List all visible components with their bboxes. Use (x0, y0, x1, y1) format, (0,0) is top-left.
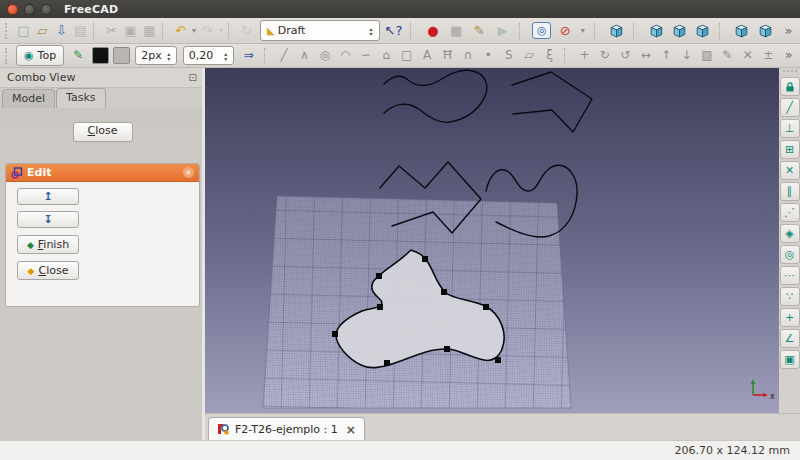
edit-handle[interactable] (376, 273, 382, 279)
print-button[interactable]: ▤ (71, 21, 90, 40)
view-bottom-button[interactable] (756, 21, 775, 40)
save-button[interactable]: ⇩ (52, 21, 71, 40)
snap-perpendicular-button[interactable]: ⊥ (780, 119, 800, 138)
workbench-selector[interactable]: ◣ Draft (260, 20, 380, 41)
dock-float-icon[interactable] (189, 72, 197, 83)
edit-handle[interactable] (384, 360, 390, 366)
tab-close-icon[interactable]: × (346, 423, 356, 437)
draft-trimex-tool[interactable]: ↔ (637, 47, 655, 64)
snap-endpoint-button[interactable]: ╱ (780, 98, 800, 117)
close-button[interactable]: ◆ Close (17, 261, 79, 280)
clipping-button[interactable]: ⊘ (556, 21, 575, 40)
draft-bezier-tool[interactable]: ξ (541, 47, 559, 64)
draft-upgrade-tool[interactable]: ↑ (657, 47, 675, 64)
spin-down-icon[interactable] (164, 56, 174, 61)
toolbar-overflow-chevron[interactable]: » (779, 21, 798, 40)
edit-handle[interactable] (422, 256, 428, 262)
view-right-button[interactable] (693, 21, 712, 40)
view-top-button[interactable] (670, 21, 689, 40)
document-tab[interactable]: F2-T26-ejemplo : 1 × (208, 417, 365, 441)
draft-facebinder-tool[interactable]: ▱ (520, 47, 538, 64)
spin-down-icon[interactable] (366, 31, 376, 36)
edit-handle[interactable] (332, 331, 338, 337)
draft-bspline-tool[interactable]: S (500, 47, 518, 64)
copy-button[interactable]: ▣ (121, 21, 140, 40)
snap-parallel-button[interactable]: ∥ (780, 182, 800, 201)
snap-center-button[interactable]: ◎ (780, 245, 800, 264)
undo-dropdown[interactable]: ▾ (190, 21, 198, 40)
workbench-selector-spinner[interactable] (366, 26, 376, 36)
draft-rectangle-tool[interactable]: □ (398, 47, 416, 64)
draft-arc3pt-tool[interactable]: ∩ (459, 47, 477, 64)
remove-point-button[interactable]: ↧ (17, 211, 79, 228)
draft-offset-tool[interactable]: ↺ (616, 47, 634, 64)
zoom-fit-button[interactable]: ◎ (532, 22, 551, 39)
view-rear-button[interactable] (732, 21, 751, 40)
clipping-dropdown[interactable]: ▾ (579, 21, 587, 40)
draft-text-tool[interactable]: A (418, 47, 436, 64)
draft-rotate-tool[interactable]: ↻ (596, 47, 614, 64)
snap-extension-button[interactable]: ⋰ (780, 203, 800, 222)
draft-line-tool[interactable]: ╱ (275, 47, 293, 64)
construction-mode-icon[interactable]: ✎ (69, 47, 87, 64)
open-file-button[interactable]: ▱ (33, 21, 52, 40)
macro-edit-button[interactable]: ✎ (470, 21, 489, 40)
snap-workingplane-button[interactable]: ▣ (780, 350, 800, 369)
draft-dimension-tool[interactable]: Ħ (438, 47, 456, 64)
task-close-button[interactable]: Close (73, 122, 133, 142)
snap-grid-button[interactable]: ⊞ (780, 140, 800, 159)
apply-style-icon[interactable]: ⇒ (240, 47, 258, 64)
macro-play-button[interactable]: ▶ (493, 21, 512, 40)
edit-handle[interactable] (444, 346, 450, 352)
snap-lock-button[interactable] (780, 77, 800, 96)
paste-button[interactable]: ▦ (140, 21, 159, 40)
window-maximize-button[interactable] (41, 4, 52, 15)
snap-dimensions-button[interactable]: ⋯ (780, 266, 800, 285)
redo-button[interactable]: ↷ (198, 21, 217, 40)
snap-near-button[interactable]: ∵ (780, 287, 800, 306)
3d-viewport[interactable]: x (205, 68, 779, 413)
draft-edit-tool[interactable]: ✎ (718, 47, 736, 64)
edit-handle[interactable] (483, 304, 489, 310)
macro-record-button[interactable]: ● (423, 21, 442, 40)
new-file-button[interactable]: □ (14, 21, 33, 40)
working-plane-button[interactable]: ◉ Top (16, 45, 64, 66)
edit-handle[interactable] (377, 304, 383, 310)
font-size-spinbox[interactable]: 0,20 (183, 46, 234, 65)
edit-task-header[interactable]: Edit (6, 164, 199, 182)
redo-dropdown[interactable]: ▾ (217, 21, 225, 40)
draft-heal-tool[interactable]: ± (759, 47, 777, 64)
refresh-button[interactable]: ↻ (237, 21, 256, 40)
snap-ortho-button[interactable]: + (780, 308, 800, 327)
draft-downgrade-tool[interactable]: ↓ (678, 47, 696, 64)
add-point-button[interactable]: ↥ (17, 188, 79, 205)
view-axonometric-button[interactable] (607, 21, 626, 40)
draft-move-tool[interactable]: + (575, 47, 593, 64)
undo-button[interactable]: ↶ (171, 21, 190, 40)
draft-circle-tool[interactable]: ◎ (316, 47, 334, 64)
view-front-button[interactable] (647, 21, 666, 40)
window-minimize-button[interactable] (24, 4, 35, 15)
tab-model[interactable]: Model (2, 89, 55, 108)
draft-scale-tool[interactable]: ▧ (698, 47, 716, 64)
cut-button[interactable]: ✂ (102, 21, 121, 40)
whats-this-button[interactable]: ↖? (384, 21, 403, 40)
draft-shape2d-tool[interactable]: ✕ (739, 47, 757, 64)
draft-point-tool[interactable]: • (479, 47, 497, 64)
edit-handle[interactable] (495, 357, 501, 363)
face-color-swatch[interactable] (113, 47, 130, 64)
snap-intersection-button[interactable]: ✕ (780, 161, 800, 180)
snap-angle-button[interactable]: ∠ (780, 329, 800, 348)
collapse-icon[interactable] (183, 167, 194, 178)
draft-polygon-tool[interactable]: ⌂ (377, 47, 395, 64)
toolbar-overflow-chevron[interactable]: » (780, 47, 798, 64)
finish-button[interactable]: ◆ Finish (17, 235, 79, 254)
draft-arc-tool[interactable]: ◠ (336, 47, 354, 64)
line-width-spinbox[interactable]: 2px (135, 46, 177, 65)
line-color-swatch[interactable] (92, 47, 109, 64)
draft-wire-tool[interactable]: ∧ (296, 47, 314, 64)
window-close-button[interactable] (7, 4, 18, 15)
snap-special-button[interactable]: ◈ (780, 224, 800, 243)
spin-down-icon[interactable] (221, 56, 231, 61)
edit-handle[interactable] (441, 289, 447, 295)
